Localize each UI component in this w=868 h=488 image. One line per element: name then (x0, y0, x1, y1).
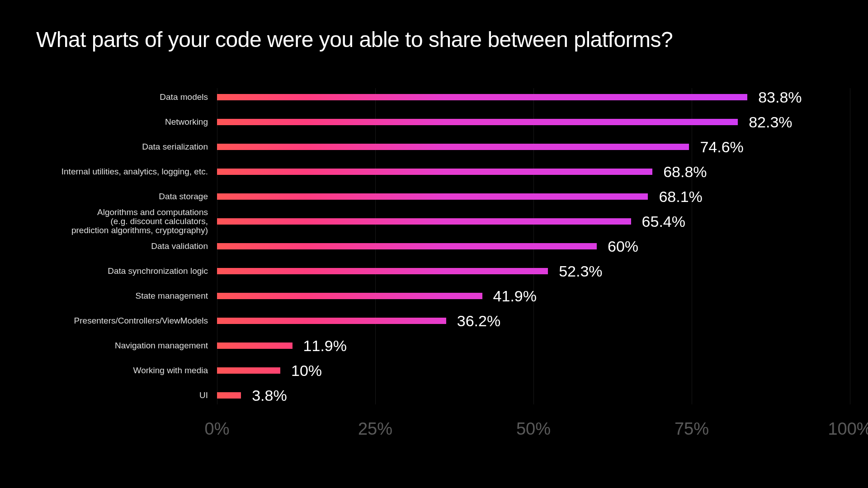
y-axis-label: Data serialization (36, 142, 208, 151)
bar-row: Data synchronization logic52.3% (36, 262, 832, 281)
y-axis-label: Algorithms and computations (e.g. discou… (36, 208, 208, 235)
x-tick-0: 0% (205, 419, 230, 439)
bar-row: Working with media10% (36, 361, 832, 380)
bar-row: UI3.8% (36, 386, 832, 405)
bar-row: Networking82.3% (36, 113, 832, 131)
bar (217, 343, 292, 349)
bar-value-label: 10% (291, 362, 322, 380)
y-axis-label: Navigation management (36, 341, 208, 350)
y-axis-label: Data models (36, 93, 208, 102)
y-axis-label: State management (36, 291, 208, 300)
y-axis-label: Data validation (36, 242, 208, 251)
bar-value-label: 52.3% (559, 263, 602, 280)
chart: 0% 25% 50% 75% 100% Data models83.8%Netw… (36, 88, 832, 432)
bar-value-label: 3.8% (252, 387, 287, 404)
bar-value-label: 41.9% (493, 287, 537, 305)
y-axis-label: Working with media (36, 366, 208, 375)
x-tick-75: 75% (675, 419, 709, 439)
x-tick-50: 50% (516, 419, 551, 439)
bar-value-label: 68.1% (659, 188, 702, 206)
bar (217, 243, 597, 249)
bar-row: State management41.9% (36, 286, 832, 305)
bar (217, 94, 747, 100)
bar-value-label: 60% (608, 238, 638, 255)
bar-value-label: 65.4% (642, 213, 685, 230)
y-axis-label: Networking (36, 117, 208, 127)
bar-row: Navigation management11.9% (36, 336, 832, 355)
x-tick-25: 25% (358, 419, 392, 439)
chart-title: What parts of your code were you able to… (36, 27, 832, 52)
bar-row: Data validation60% (36, 237, 832, 256)
bar-row: Algorithms and computations (e.g. discou… (36, 212, 832, 231)
bar (217, 367, 280, 374)
bar-row: Data models83.8% (36, 88, 832, 107)
bar (217, 169, 652, 175)
gridline-100 (850, 88, 850, 404)
y-axis-label: Data storage (36, 192, 208, 201)
bar-value-label: 36.2% (457, 312, 500, 330)
y-axis-label: Data synchronization logic (36, 267, 208, 276)
bar-row: Presenters/Controllers/ViewModels36.2% (36, 311, 832, 330)
bar-value-label: 11.9% (303, 337, 347, 355)
y-axis-label: Internal utilities, analytics, logging, … (36, 167, 208, 176)
bar-row: Data storage68.1% (36, 187, 832, 206)
y-axis-label: Presenters/Controllers/ViewModels (36, 316, 208, 325)
bar (217, 293, 482, 299)
bar (217, 268, 548, 274)
bar (217, 318, 446, 324)
bar-value-label: 68.8% (663, 163, 707, 181)
bar (217, 144, 689, 150)
bar (217, 218, 631, 225)
bar-row: Data serialization74.6% (36, 137, 832, 156)
bar-value-label: 82.3% (749, 113, 792, 131)
bar (217, 193, 648, 200)
bar-value-label: 83.8% (758, 89, 802, 106)
y-axis-label: UI (36, 391, 208, 400)
bar-value-label: 74.6% (700, 138, 743, 156)
x-tick-100: 100% (828, 419, 868, 439)
bar (217, 392, 241, 399)
bar (217, 119, 738, 125)
bar-row: Internal utilities, analytics, logging, … (36, 162, 832, 181)
slide: What parts of your code were you able to… (0, 0, 868, 488)
